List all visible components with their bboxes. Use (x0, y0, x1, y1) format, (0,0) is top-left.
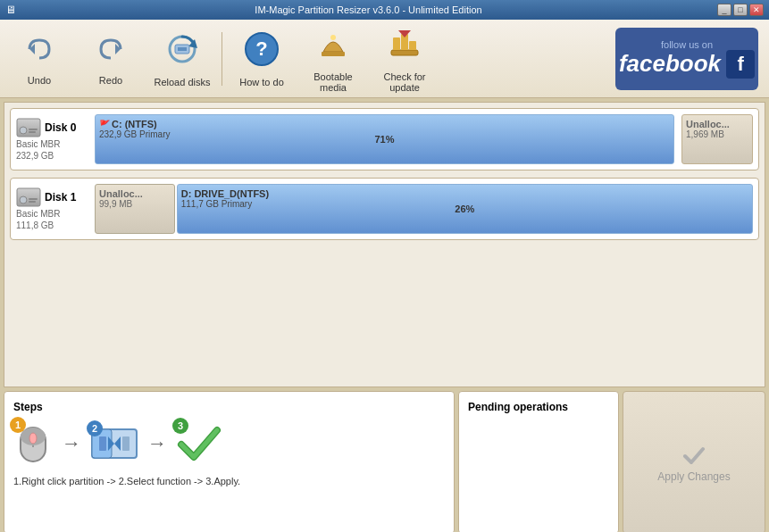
svg-point-26 (29, 433, 37, 444)
svg-rect-22 (29, 201, 36, 203)
apply-panel: Apply Changes (623, 391, 765, 532)
svg-marker-14 (398, 30, 411, 37)
svg-text:?: ? (255, 37, 267, 60)
disk0-unalloc[interactable]: Unalloc... 1,969 MB (681, 114, 753, 164)
bootable-label: Bootable media (302, 71, 364, 93)
c-flag-icon: 🚩 (99, 120, 110, 129)
svg-rect-8 (322, 52, 345, 56)
step2-badge: 2 (87, 420, 103, 436)
disk1-hdd-icon (16, 187, 41, 207)
arrow2-icon: → (147, 432, 167, 455)
disk0-c-partition[interactable]: 🚩 C: (NTFS) 232,9 GB Primary 71% (95, 114, 674, 164)
disk0-partitions: 🚩 C: (NTFS) 232,9 GB Primary 71% (95, 114, 674, 164)
svg-rect-21 (29, 198, 38, 200)
steps-title: Steps (13, 401, 445, 413)
facebook-f-icon: f (726, 50, 755, 79)
disk0-name: Disk 0 (45, 121, 76, 134)
steps-description: 1.Right click partition -> 2.Select func… (13, 476, 445, 486)
pending-title: Pending operations (468, 401, 609, 413)
facebook-button[interactable]: follow us on facebook f (615, 28, 758, 90)
svg-rect-10 (391, 50, 418, 55)
disk1-info: Disk 1 Basic MBR 111,8 GB (16, 187, 88, 230)
minimize-button[interactable]: _ (717, 4, 731, 16)
redo-button[interactable]: Redo (75, 23, 146, 95)
svg-rect-32 (122, 436, 130, 451)
svg-rect-11 (393, 37, 400, 50)
svg-rect-13 (409, 41, 416, 50)
redo-label: Redo (99, 75, 122, 86)
disk0-c-percent: 71% (374, 134, 394, 145)
disk-area: Disk 0 Basic MBR 232,9 GB 🚩 C: (NTFS) 23… (4, 102, 765, 387)
maximize-button[interactable]: □ (733, 4, 748, 16)
disk1-unalloc-label: Unalloc... (99, 188, 171, 199)
disk1-size: 111,8 GB (16, 220, 54, 230)
disk1-unalloc-partition[interactable]: Unalloc... 99,9 MB (95, 184, 175, 234)
undo-label: Undo (28, 75, 51, 86)
steps-panel: Steps 1 → 2 (4, 391, 455, 532)
reload-label: Reload disks (155, 77, 211, 87)
close-button[interactable]: ✕ (749, 4, 764, 16)
toolbar-divider-1 (222, 32, 222, 86)
bootable-icon (314, 25, 352, 68)
undo-icon (22, 32, 56, 71)
follow-text: follow us on (661, 39, 713, 50)
step1-badge: 1 (10, 417, 26, 433)
disk1-d-percent: 26% (455, 204, 474, 214)
reload-button[interactable]: Reload disks (146, 23, 218, 95)
facebook-name: facebook (619, 50, 721, 78)
apply-button[interactable]: Apply Changes (657, 442, 730, 483)
apply-check-icon (681, 442, 706, 467)
howto-icon: ? (243, 30, 280, 73)
step2-icon: 2 (90, 424, 138, 463)
toolbar: Undo Redo Reload disks ? How to do (0, 20, 769, 98)
howto-label: How to do (239, 77, 284, 87)
checkupdate-label: Check for update (373, 71, 436, 93)
disk0-hdd-icon (16, 118, 41, 137)
disk0-c-label: C: (NTFS) (112, 119, 157, 129)
disk1-partitions: Unalloc... 99,9 MB D: DRIVE_D(NTFS) 111,… (95, 184, 753, 234)
svg-rect-31 (99, 436, 106, 451)
arrow1-icon: → (62, 432, 81, 455)
step3-badge: 3 (172, 418, 188, 434)
apply-label: Apply Changes (657, 470, 730, 483)
disk0-type: Basic MBR (16, 139, 60, 149)
bottom-section: Steps 1 → 2 (4, 391, 765, 532)
step3-icon: 3 (176, 421, 222, 466)
undo-button[interactable]: Undo (4, 23, 75, 95)
titlebar-title: IM-Magic Partition Resizer v3.6.0 - Unli… (255, 4, 481, 15)
howto-button[interactable]: ? How to do (226, 23, 297, 95)
steps-icons: 1 → 2 (13, 420, 445, 467)
titlebar: 🖥 IM-Magic Partition Resizer v3.6.0 - Un… (0, 0, 769, 20)
disk1-unalloc-size: 99,9 MB (99, 199, 171, 209)
svg-rect-17 (29, 129, 38, 130)
disk1-name: Disk 1 (45, 191, 76, 204)
svg-point-16 (20, 127, 27, 134)
disk0-panel: Disk 0 Basic MBR 232,9 GB 🚩 C: (NTFS) 23… (10, 108, 759, 170)
titlebar-controls: _ □ ✕ (717, 4, 764, 16)
disk1-d-label: D: DRIVE_D(NTFS) (181, 188, 748, 199)
svg-rect-18 (29, 131, 36, 133)
svg-point-20 (20, 196, 27, 204)
disk0-unalloc-size: 1,969 MB (686, 129, 724, 139)
checkupdate-button[interactable]: Check for update (369, 23, 440, 95)
bootable-button[interactable]: Bootable media (297, 23, 369, 95)
disk0-size: 232,9 GB (16, 151, 54, 161)
disk1-type: Basic MBR (16, 209, 60, 219)
disk1-d-partition[interactable]: D: DRIVE_D(NTFS) 111,7 GB Primary 26% (177, 184, 753, 234)
svg-point-9 (330, 35, 336, 40)
pending-panel: Pending operations (458, 391, 619, 532)
disk0-info: Disk 0 Basic MBR 232,9 GB (16, 118, 88, 161)
disk0-unalloc-label: Unalloc... (686, 119, 730, 129)
disk1-panel: Disk 1 Basic MBR 111,8 GB Unalloc... 99,… (10, 178, 759, 240)
svg-rect-5 (178, 47, 187, 51)
reload-icon (163, 30, 201, 73)
step1-icon: 1 (13, 420, 53, 467)
redo-icon (94, 32, 128, 71)
checkupdate-icon (386, 25, 423, 68)
